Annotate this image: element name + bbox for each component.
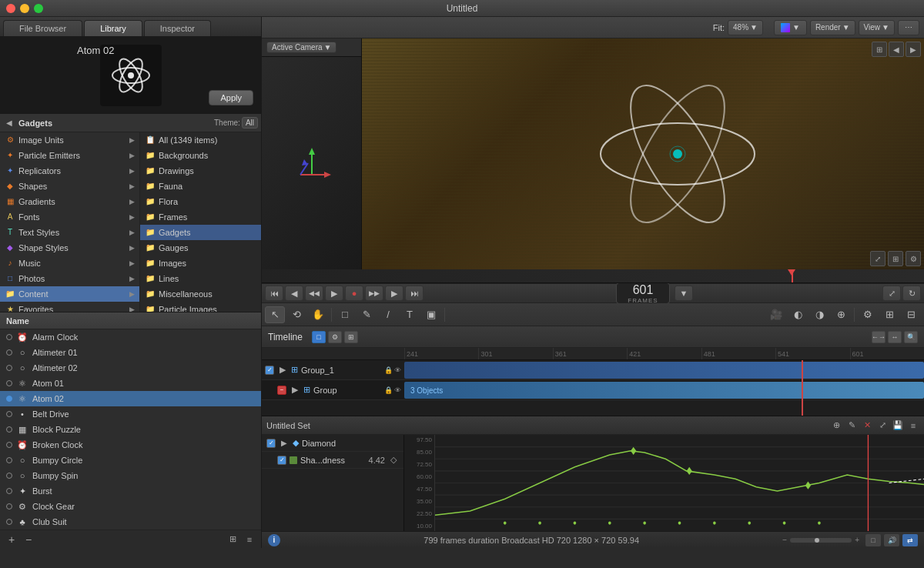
track-group-triangle[interactable]: ▶ (290, 385, 300, 396)
rewind-button[interactable]: ◀◀ (305, 286, 323, 301)
rect-tool[interactable]: □ (335, 306, 355, 323)
zoom-in-icon[interactable]: + (855, 536, 859, 544)
list-item-belt-drive[interactable]: • Belt Drive (0, 406, 261, 422)
close-button[interactable] (6, 4, 15, 13)
transform-tool[interactable]: ⟲ (286, 306, 306, 323)
filter-back-button[interactable]: ◀ (3, 117, 15, 129)
subcategory-gadgets[interactable]: 📁 Gadgets (140, 225, 261, 240)
track-group-checkbox[interactable]: − (277, 386, 286, 395)
line-tool[interactable]: / (378, 306, 398, 323)
add-image-button[interactable]: ⊕ (831, 306, 851, 323)
tab-inspector[interactable]: Inspector (144, 20, 211, 36)
subcategory-miscellaneous[interactable]: 📁 Miscellaneous (140, 286, 261, 302)
info-button[interactable]: i (268, 534, 280, 546)
overlay-tool[interactable]: ⊟ (901, 306, 921, 323)
category-shapes[interactable]: ◆ Shapes ▶ (0, 179, 139, 194)
select-tool[interactable]: ↖ (265, 306, 285, 323)
subcategory-lines[interactable]: 📁 Lines (140, 271, 261, 286)
subcategory-drawings[interactable]: 📁 Drawings (140, 163, 261, 179)
maximize-button[interactable] (34, 4, 43, 13)
grid-view-button[interactable]: ⊞ (226, 533, 239, 546)
zoom-slider[interactable] (790, 538, 852, 543)
settings-tool[interactable]: ⚙ (858, 306, 878, 323)
category-particle-emitters[interactable]: ✦ Particle Emitters ▶ (0, 148, 139, 163)
zoom-out-icon[interactable]: − (782, 536, 787, 544)
minimize-button[interactable] (20, 4, 29, 13)
add-behavior-button[interactable]: ◐ (788, 306, 808, 323)
list-item-alarm-clock[interactable]: ⏰ Alarm Clock (0, 329, 261, 345)
theme-value[interactable]: All (242, 117, 258, 129)
kf-shadness-diamond[interactable]: ◇ (388, 455, 399, 466)
text-tool[interactable]: T (400, 306, 420, 323)
tab-library[interactable]: Library (84, 20, 142, 36)
category-replicators[interactable]: ✦ Replicators ▶ (0, 163, 139, 179)
go-to-start-button[interactable]: ⏮ (265, 286, 283, 301)
category-music[interactable]: ♪ Music ▶ (0, 256, 139, 271)
subcategory-gauges[interactable]: 📁 Gauges (140, 240, 261, 256)
frames-dropdown[interactable]: ▼ (675, 286, 693, 301)
subcategory-fauna[interactable]: 📁 Fauna (140, 179, 261, 194)
pen-tool[interactable]: ✎ (357, 306, 377, 323)
track-group1-checkbox[interactable]: ✓ (265, 366, 274, 375)
color-mode-button[interactable]: ▼ (774, 20, 807, 35)
category-content[interactable]: 📁 Content ▶ (0, 286, 139, 302)
display-mode-1[interactable]: □ (865, 534, 881, 546)
kf-diamond-arrow[interactable]: ▶ (279, 438, 290, 449)
play-button[interactable]: ▶ (325, 286, 343, 301)
track-group1-triangle[interactable]: ▶ (277, 365, 288, 376)
mask-tool[interactable]: ▣ (421, 306, 441, 323)
kf-shadness-checkbox[interactable]: ✓ (277, 456, 286, 465)
add-filter-button[interactable]: ◑ (809, 306, 829, 323)
list-item-bumpy-spin[interactable]: ○ Bumpy Spin (0, 468, 261, 483)
category-text-styles[interactable]: T Text Styles ▶ (0, 225, 139, 240)
more-options-button[interactable]: ⋯ (898, 20, 919, 35)
expand-button[interactable]: ⤢ (870, 251, 886, 266)
kf-delete-button[interactable]: ✕ (861, 419, 873, 432)
grid-tool[interactable]: ⊞ (879, 306, 899, 323)
record-button[interactable]: ● (345, 286, 363, 301)
hand-tool[interactable]: ✋ (308, 306, 328, 323)
timeline-ctrl-2[interactable]: ⚙ (328, 331, 342, 343)
timeline-ctrl-3[interactable]: ⊞ (344, 331, 358, 343)
main-canvas[interactable]: ⤢ ⊞ ⚙ ⊞ ◀ ▶ (362, 38, 924, 269)
tab-file-browser[interactable]: File Browser (3, 20, 82, 36)
go-to-end-button[interactable]: ⏭ (405, 286, 424, 301)
timeline-ctrl-1[interactable]: □ (312, 331, 326, 343)
category-photos[interactable]: □ Photos ▶ (0, 271, 139, 286)
nav-left-button[interactable]: ◀ (889, 42, 904, 57)
list-item-atom-02[interactable]: ⚛ Atom 02 (0, 391, 261, 406)
list-item-burst[interactable]: ✦ Burst (0, 483, 261, 499)
apply-button[interactable]: Apply (209, 90, 253, 105)
view-dropdown[interactable]: View ▼ (859, 20, 895, 35)
kf-more-button[interactable]: ≡ (907, 419, 919, 432)
kf-expand-button[interactable]: ⤢ (876, 419, 889, 432)
kf-marker-1[interactable] (631, 447, 636, 455)
category-gradients[interactable]: ▦ Gradients ▶ (0, 194, 139, 209)
list-item-club-suit[interactable]: ♣ Club Suit (0, 514, 261, 530)
nav-right-button[interactable]: ▶ (906, 42, 921, 57)
subcategory-images[interactable]: 📁 Images (140, 256, 261, 271)
canvas-grid-button[interactable]: ⊞ (888, 251, 903, 266)
timeline-zoom-out[interactable]: ↔ (888, 331, 902, 343)
category-fonts[interactable]: A Fonts ▶ (0, 209, 139, 225)
list-item-broken-clock[interactable]: ⏰ Broken Clock (0, 437, 261, 453)
category-favorites[interactable]: ★ Favorites ▶ (0, 302, 139, 312)
display-mode-2[interactable]: 🔊 (884, 534, 899, 546)
timeline-zoom-in[interactable]: ←→ (872, 331, 886, 343)
canvas-settings-button[interactable]: ⚙ (906, 251, 921, 266)
kf-add-button[interactable]: ⊕ (830, 419, 842, 432)
subcategory-backgrounds[interactable]: 📁 Backgrounds (140, 148, 261, 163)
kf-marker-2[interactable] (687, 467, 692, 475)
fit-dropdown[interactable]: 48% ▼ (728, 20, 763, 35)
kf-save-button[interactable]: 💾 (892, 419, 904, 432)
next-frame-button[interactable]: ▶ (385, 286, 403, 301)
timeline-search[interactable]: 🔍 (904, 331, 918, 343)
subcategory-particle-images[interactable]: 📁 Particle Images (140, 302, 261, 312)
category-shape-styles[interactable]: ◆ Shape Styles ▶ (0, 240, 139, 256)
list-item-bumpy-circle[interactable]: ○ Bumpy Circle (0, 453, 261, 468)
fit-frame-button[interactable]: ⊞ (872, 42, 887, 57)
add-item-button[interactable]: + (5, 533, 18, 546)
subcategory-flora[interactable]: 📁 Flora (140, 194, 261, 209)
render-dropdown[interactable]: Render ▼ (810, 20, 855, 35)
frame-counter[interactable]: 601 FRAMES (616, 282, 670, 304)
